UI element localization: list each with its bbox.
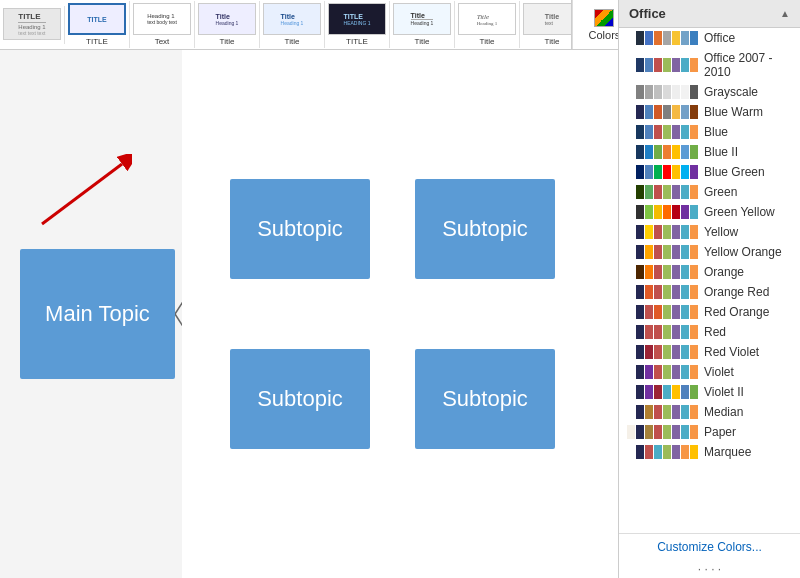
color-theme-item[interactable]: Blue bbox=[619, 122, 800, 142]
colors-panel: Office ▲ OfficeOffice 2007 - 2010Graysca… bbox=[618, 0, 800, 578]
theme-name-label: Red Violet bbox=[704, 345, 759, 359]
thumb-dark-label: TITLE bbox=[346, 37, 368, 46]
subtopic4-box[interactable]: Subtopic bbox=[415, 349, 555, 449]
color-swatch bbox=[654, 405, 662, 419]
color-theme-item[interactable]: Paper bbox=[619, 422, 800, 442]
theme-name-label: Marquee bbox=[704, 445, 751, 459]
theme-name-label: Violet II bbox=[704, 385, 744, 399]
color-swatch-row bbox=[627, 105, 698, 119]
color-theme-item[interactable]: Yellow Orange bbox=[619, 242, 800, 262]
color-swatch bbox=[690, 365, 698, 379]
color-theme-item[interactable]: Office 2007 - 2010 bbox=[619, 48, 800, 82]
thumb-normal[interactable]: TITLE Heading 1 text text text bbox=[0, 6, 65, 44]
color-swatch bbox=[627, 265, 635, 279]
color-swatch bbox=[636, 145, 644, 159]
color-swatch-row bbox=[627, 205, 698, 219]
thumb-minimal-label: Title bbox=[545, 37, 560, 46]
theme-name-label: Yellow bbox=[704, 225, 738, 239]
thumb-dark[interactable]: TITLE HEADING 1 TITLE bbox=[325, 1, 390, 48]
thumb-clean[interactable]: Title Heading 1 Title bbox=[390, 1, 455, 48]
color-theme-item[interactable]: Violet II bbox=[619, 382, 800, 402]
color-swatch bbox=[636, 325, 644, 339]
color-theme-item[interactable]: Green bbox=[619, 182, 800, 202]
color-swatch bbox=[690, 265, 698, 279]
color-swatch bbox=[627, 145, 635, 159]
colors-icon bbox=[594, 9, 614, 27]
color-theme-item[interactable]: Red Orange bbox=[619, 302, 800, 322]
color-swatch bbox=[663, 265, 671, 279]
color-theme-item[interactable]: Violet bbox=[619, 362, 800, 382]
color-swatch bbox=[627, 58, 635, 72]
color-theme-item[interactable]: Blue Green bbox=[619, 162, 800, 182]
color-swatch-row bbox=[627, 445, 698, 459]
color-swatch bbox=[636, 405, 644, 419]
color-swatch bbox=[645, 205, 653, 219]
color-swatch bbox=[654, 225, 662, 239]
color-theme-item[interactable]: Office bbox=[619, 28, 800, 48]
thumb-minimal[interactable]: Title text Title bbox=[520, 1, 572, 48]
color-swatch bbox=[672, 85, 680, 99]
color-theme-item[interactable]: Median bbox=[619, 402, 800, 422]
subtopic3-box[interactable]: Subtopic bbox=[230, 349, 370, 449]
color-swatch bbox=[654, 245, 662, 259]
color-swatch bbox=[663, 285, 671, 299]
color-swatch bbox=[654, 265, 662, 279]
theme-name-label: Violet bbox=[704, 365, 734, 379]
color-swatch bbox=[663, 185, 671, 199]
theme-name-label: Red bbox=[704, 325, 726, 339]
colors-label: Colors bbox=[589, 29, 621, 41]
color-swatch bbox=[663, 405, 671, 419]
color-theme-item[interactable]: Grayscale bbox=[619, 82, 800, 102]
color-swatch bbox=[627, 365, 635, 379]
color-swatch bbox=[636, 285, 644, 299]
color-swatch bbox=[654, 425, 662, 439]
color-swatch bbox=[681, 31, 689, 45]
color-theme-item[interactable]: Blue II bbox=[619, 142, 800, 162]
color-swatch bbox=[636, 225, 644, 239]
color-theme-item[interactable]: Marquee bbox=[619, 442, 800, 462]
colors-scroll-area[interactable]: OfficeOffice 2007 - 2010GrayscaleBlue Wa… bbox=[619, 28, 800, 533]
color-swatch bbox=[690, 185, 698, 199]
thumb-title2-preview: Title Heading 1 bbox=[198, 3, 256, 35]
thumb-title2[interactable]: Title Heading 1 Title bbox=[195, 1, 260, 48]
thumb-clean-label: Title bbox=[415, 37, 430, 46]
color-swatch bbox=[654, 145, 662, 159]
color-theme-item[interactable]: Red bbox=[619, 322, 800, 342]
thumb-title-label: TITLE bbox=[86, 37, 108, 46]
thumb-heading[interactable]: Title Heading 1 Title bbox=[260, 1, 325, 48]
color-swatch bbox=[672, 445, 680, 459]
color-swatch bbox=[690, 85, 698, 99]
customize-colors-link[interactable]: Customize Colors... bbox=[619, 533, 800, 560]
thumb-title[interactable]: TITLE TITLE bbox=[65, 1, 130, 48]
subtopic2-box[interactable]: Subtopic bbox=[415, 179, 555, 279]
color-theme-item[interactable]: Red Violet bbox=[619, 342, 800, 362]
color-swatch bbox=[645, 85, 653, 99]
color-theme-item[interactable]: Green Yellow bbox=[619, 202, 800, 222]
color-swatch bbox=[654, 125, 662, 139]
color-swatch bbox=[645, 405, 653, 419]
color-theme-item[interactable]: Yellow bbox=[619, 222, 800, 242]
thumb-serif[interactable]: Title Heading 1 Title bbox=[455, 1, 520, 48]
color-swatch bbox=[690, 58, 698, 72]
color-swatch bbox=[663, 245, 671, 259]
thumb-title-preview: TITLE bbox=[68, 3, 126, 35]
subtopic1-box[interactable]: Subtopic bbox=[230, 179, 370, 279]
color-swatch bbox=[663, 145, 671, 159]
color-theme-item[interactable]: Orange Red bbox=[619, 282, 800, 302]
color-swatch bbox=[636, 185, 644, 199]
color-swatch bbox=[681, 165, 689, 179]
color-theme-item[interactable]: Orange bbox=[619, 262, 800, 282]
color-theme-item[interactable]: Blue Warm bbox=[619, 102, 800, 122]
theme-name-label: Green bbox=[704, 185, 737, 199]
thumb-dark-preview: TITLE HEADING 1 bbox=[328, 3, 386, 35]
color-swatch bbox=[681, 425, 689, 439]
color-swatch bbox=[681, 405, 689, 419]
color-swatch bbox=[636, 85, 644, 99]
color-swatch bbox=[690, 145, 698, 159]
color-swatch-row bbox=[627, 225, 698, 239]
main-topic-box[interactable]: Main Topic bbox=[20, 249, 175, 379]
color-swatch bbox=[645, 285, 653, 299]
thumb-serif-preview: Title Heading 1 bbox=[458, 3, 516, 35]
thumb-text[interactable]: Heading 1 text body text Text bbox=[130, 1, 195, 48]
color-swatch bbox=[636, 105, 644, 119]
